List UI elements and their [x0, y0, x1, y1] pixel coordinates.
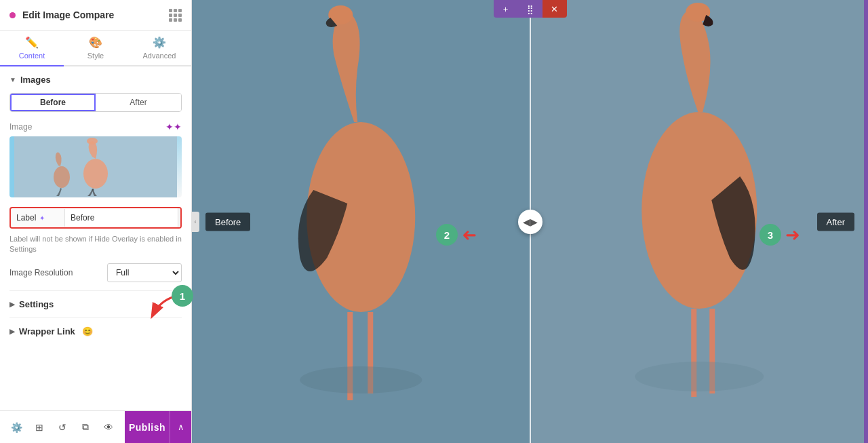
panel-header: Edit Image Compare [0, 0, 191, 31]
content-tab-label: Content [19, 52, 45, 60]
annotation-1: 1 [142, 292, 190, 326]
settings-arrow: ▶ [9, 301, 15, 308]
layers-footer-icon[interactable]: ⊞ [28, 417, 50, 438]
compare-before: Before [192, 0, 530, 443]
copy-footer-icon[interactable]: ⧉ [75, 417, 96, 438]
settings-footer-icon[interactable]: ⚙️ [5, 417, 27, 438]
svg-point-3 [54, 166, 70, 188]
image-resolution-row: Image Resolution Full Large Medium Thumb… [9, 263, 182, 282]
header-left: Edit Image Compare [9, 9, 114, 20]
footer-icons: ⚙️ ⊞ ↺ ⧉ 👁 [0, 417, 125, 438]
canvas-after-label: After [817, 212, 854, 231]
left-panel: Edit Image Compare ✏️ Content 🎨 Style ⚙️… [0, 0, 192, 443]
panel-footer: ⚙️ ⊞ ↺ ⧉ 👁 Publish ∧ [0, 410, 191, 443]
publish-chevron[interactable]: ∧ [170, 411, 191, 444]
annotation-2: 2 ➜ [436, 224, 477, 246]
toggle-before-btn[interactable]: Before [10, 94, 96, 111]
label-move-icon[interactable]: ✦ [39, 214, 45, 222]
panel-title: Edit Image Compare [22, 9, 114, 20]
toggle-after-btn[interactable]: After [96, 94, 181, 111]
canvas-before-label: Before [205, 212, 250, 231]
label-helper-text: Label will not be shown if Hide Overlay … [9, 234, 182, 255]
publish-button[interactable]: Publish [125, 411, 170, 443]
canvas-move-btn[interactable]: ⣿ [518, 0, 542, 18]
image-resolution-label: Image Resolution [9, 268, 73, 277]
images-section-header[interactable]: ▼ Images [9, 75, 182, 85]
annotation-3-arrow: ➜ [785, 225, 800, 246]
label-field-container: Label ✦ ≡ [9, 207, 182, 229]
label-field-key: Label ✦ [11, 209, 65, 227]
annotation-circle-2: 2 [436, 224, 458, 246]
preview-footer-icon[interactable]: 👁 [98, 417, 119, 438]
advanced-tab-label: Advanced [143, 52, 176, 60]
brand-dot [9, 12, 16, 18]
advanced-tab-icon: ⚙️ [153, 36, 166, 49]
handle-arrows-icon: ◀▶ [523, 216, 538, 227]
svg-point-2 [87, 138, 98, 145]
style-tab-label: Style [87, 52, 104, 60]
label-input[interactable] [65, 209, 178, 227]
compare-container: Before ◀▶ [192, 0, 868, 443]
wrapper-link-arrow: ▶ [9, 328, 15, 335]
content-tab-icon: ✏️ [25, 36, 39, 49]
history-footer-icon[interactable]: ↺ [52, 417, 73, 438]
tab-style[interactable]: 🎨 Style [64, 31, 127, 66]
image-field-icon[interactable]: ✦✦ [165, 121, 182, 132]
panel-tabs: ✏️ Content 🎨 Style ⚙️ Advanced [0, 31, 191, 66]
grid-menu-icon[interactable] [169, 9, 182, 22]
canvas-close-btn[interactable]: ✕ [542, 0, 567, 18]
before-after-toggle: Before After [9, 93, 182, 112]
image-field-label: Image ✦✦ [9, 121, 182, 132]
image-preview[interactable] [9, 136, 182, 197]
settings-label: Settings [19, 299, 54, 309]
right-edge-bar [864, 0, 868, 443]
style-tab-icon: 🎨 [89, 36, 102, 49]
annotation-2-arrow: ➜ [462, 225, 477, 246]
image-resolution-select[interactable]: Full Large Medium Thumbnail [107, 263, 182, 282]
tab-advanced[interactable]: ⚙️ Advanced [127, 31, 191, 66]
panel-content: ▼ Images Before After Image ✦✦ [0, 66, 191, 410]
panel-collapse-arrow[interactable]: ‹ [191, 212, 199, 232]
compare-after: After [530, 0, 869, 443]
svg-point-1 [83, 159, 108, 189]
tab-content[interactable]: ✏️ Content [0, 31, 64, 66]
annotation-3: 3 ➜ [760, 224, 800, 246]
wrapper-link-header[interactable]: ▶ Wrapper Link 😊 [9, 326, 182, 336]
svg-point-15 [635, 362, 764, 391]
wrapper-link-icon: 😊 [82, 326, 93, 336]
images-section-label: Images [20, 75, 51, 85]
annotation-circle-3: 3 [760, 224, 781, 246]
svg-point-9 [300, 366, 422, 393]
compare-handle[interactable]: ◀▶ [518, 210, 542, 234]
images-section-arrow: ▼ [9, 76, 16, 83]
canvas-area: + ⣿ ✕ [192, 0, 868, 443]
preview-image [9, 136, 182, 197]
label-menu-btn[interactable]: ≡ [178, 208, 182, 227]
annotation-circle-1: 1 [172, 285, 193, 307]
canvas-add-btn[interactable]: + [494, 0, 518, 18]
canvas-toolbar: + ⣿ ✕ [494, 0, 567, 18]
wrapper-link-label: Wrapper Link [19, 326, 75, 336]
